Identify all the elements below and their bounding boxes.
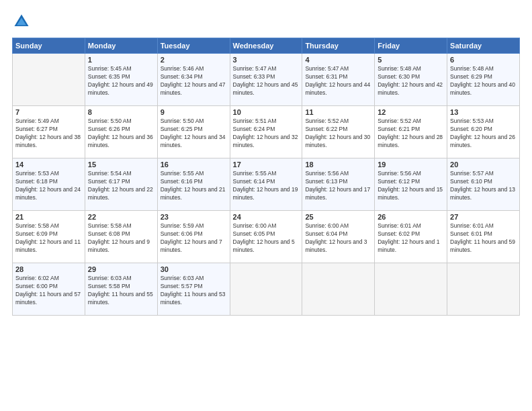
calendar-week-2: 7Sunrise: 5:49 AMSunset: 6:27 PMDaylight… [13, 106, 520, 158]
day-info: Sunrise: 6:02 AMSunset: 6:00 PMDaylight:… [15, 275, 82, 307]
calendar-cell: 24Sunrise: 6:00 AMSunset: 6:05 PMDayligh… [230, 211, 302, 263]
calendar-cell: 25Sunrise: 6:00 AMSunset: 6:04 PMDayligh… [302, 211, 375, 263]
day-number: 29 [88, 265, 154, 273]
calendar-cell: 27Sunrise: 6:01 AMSunset: 6:01 PMDayligh… [447, 211, 520, 263]
day-number: 14 [15, 161, 82, 169]
calendar-cell: 11Sunrise: 5:52 AMSunset: 6:22 PMDayligh… [302, 106, 375, 158]
calendar-cell: 29Sunrise: 6:03 AMSunset: 5:58 PMDayligh… [85, 263, 157, 316]
day-number: 22 [88, 213, 154, 221]
calendar-cell: 26Sunrise: 6:01 AMSunset: 6:02 PMDayligh… [375, 211, 447, 263]
day-info: Sunrise: 5:50 AMSunset: 6:25 PMDaylight:… [161, 118, 227, 150]
day-info: Sunrise: 5:56 AMSunset: 6:13 PMDaylight:… [305, 170, 371, 202]
calendar-cell: 16Sunrise: 5:55 AMSunset: 6:16 PMDayligh… [157, 158, 230, 211]
day-number: 11 [305, 108, 371, 116]
day-info: Sunrise: 5:46 AMSunset: 6:34 PMDaylight:… [161, 65, 227, 97]
day-number: 20 [450, 161, 517, 169]
day-number: 9 [161, 108, 227, 116]
calendar-cell: 28Sunrise: 6:02 AMSunset: 6:00 PMDayligh… [13, 263, 85, 316]
day-number: 26 [378, 213, 444, 221]
calendar-cell: 19Sunrise: 5:56 AMSunset: 6:12 PMDayligh… [375, 158, 447, 211]
calendar-cell: 10Sunrise: 5:51 AMSunset: 6:24 PMDayligh… [230, 106, 302, 158]
day-number: 13 [450, 108, 517, 116]
header-row: SundayMondayTuesdayWednesdayThursdayFrid… [13, 38, 520, 54]
day-info: Sunrise: 6:00 AMSunset: 6:04 PMDaylight:… [305, 222, 371, 255]
day-number: 8 [88, 108, 154, 116]
day-info: Sunrise: 5:58 AMSunset: 6:08 PMDaylight:… [88, 222, 154, 255]
day-header-sunday: Sunday [13, 38, 85, 54]
calendar-cell: 13Sunrise: 5:53 AMSunset: 6:20 PMDayligh… [447, 106, 520, 158]
calendar-week-3: 14Sunrise: 5:53 AMSunset: 6:18 PMDayligh… [13, 158, 520, 211]
day-number: 18 [305, 161, 371, 169]
day-header-tuesday: Tuesday [157, 38, 230, 54]
calendar-cell: 20Sunrise: 5:57 AMSunset: 6:10 PMDayligh… [447, 158, 520, 211]
day-header-thursday: Thursday [302, 38, 375, 54]
logo [12, 12, 34, 31]
day-info: Sunrise: 5:50 AMSunset: 6:26 PMDaylight:… [88, 118, 154, 150]
day-header-monday: Monday [85, 38, 157, 54]
day-header-friday: Friday [375, 38, 447, 54]
header [12, 12, 520, 31]
calendar-cell: 2Sunrise: 5:46 AMSunset: 6:34 PMDaylight… [157, 54, 230, 106]
day-number: 17 [233, 161, 300, 169]
day-number: 16 [161, 161, 227, 169]
day-number: 10 [233, 108, 300, 116]
day-header-wednesday: Wednesday [230, 38, 302, 54]
day-number: 15 [88, 161, 154, 169]
day-info: Sunrise: 5:47 AMSunset: 6:33 PMDaylight:… [233, 65, 300, 97]
day-info: Sunrise: 5:53 AMSunset: 6:20 PMDaylight:… [450, 118, 517, 150]
calendar-cell: 18Sunrise: 5:56 AMSunset: 6:13 PMDayligh… [302, 158, 375, 211]
calendar-cell: 12Sunrise: 5:52 AMSunset: 6:21 PMDayligh… [375, 106, 447, 158]
day-info: Sunrise: 5:57 AMSunset: 6:10 PMDaylight:… [450, 170, 517, 202]
calendar-cell: 22Sunrise: 5:58 AMSunset: 6:08 PMDayligh… [85, 211, 157, 263]
day-number: 28 [15, 265, 82, 273]
calendar-cell: 9Sunrise: 5:50 AMSunset: 6:25 PMDaylight… [157, 106, 230, 158]
calendar-cell: 17Sunrise: 5:55 AMSunset: 6:14 PMDayligh… [230, 158, 302, 211]
calendar-cell: 14Sunrise: 5:53 AMSunset: 6:18 PMDayligh… [13, 158, 85, 211]
page: SundayMondayTuesdayWednesdayThursdayFrid… [0, 0, 532, 411]
calendar-cell: 15Sunrise: 5:54 AMSunset: 6:17 PMDayligh… [85, 158, 157, 211]
day-number: 25 [305, 213, 371, 221]
day-number: 1 [88, 56, 154, 64]
day-number: 7 [15, 108, 82, 116]
day-number: 27 [450, 213, 517, 221]
day-number: 23 [161, 213, 227, 221]
day-info: Sunrise: 5:53 AMSunset: 6:18 PMDaylight:… [15, 170, 82, 202]
day-info: Sunrise: 5:49 AMSunset: 6:27 PMDaylight:… [15, 118, 82, 150]
day-number: 12 [378, 108, 444, 116]
calendar-table: SundayMondayTuesdayWednesdayThursdayFrid… [12, 38, 520, 316]
calendar-week-1: 1Sunrise: 5:45 AMSunset: 6:35 PMDaylight… [13, 54, 520, 106]
day-info: Sunrise: 5:52 AMSunset: 6:22 PMDaylight:… [305, 118, 371, 150]
calendar-cell [13, 54, 85, 106]
day-info: Sunrise: 5:48 AMSunset: 6:29 PMDaylight:… [450, 65, 517, 97]
day-info: Sunrise: 6:03 AMSunset: 5:58 PMDaylight:… [88, 275, 154, 307]
calendar-week-4: 21Sunrise: 5:58 AMSunset: 6:09 PMDayligh… [13, 211, 520, 263]
calendar-cell: 4Sunrise: 5:47 AMSunset: 6:31 PMDaylight… [302, 54, 375, 106]
day-number: 21 [15, 213, 82, 221]
day-number: 24 [233, 213, 300, 221]
calendar-cell: 8Sunrise: 5:50 AMSunset: 6:26 PMDaylight… [85, 106, 157, 158]
calendar-cell: 3Sunrise: 5:47 AMSunset: 6:33 PMDaylight… [230, 54, 302, 106]
calendar-cell [375, 263, 447, 316]
calendar-cell [302, 263, 375, 316]
day-number: 3 [233, 56, 300, 64]
day-info: Sunrise: 5:54 AMSunset: 6:17 PMDaylight:… [88, 170, 154, 202]
day-info: Sunrise: 5:56 AMSunset: 6:12 PMDaylight:… [378, 170, 444, 202]
day-info: Sunrise: 6:01 AMSunset: 6:02 PMDaylight:… [378, 222, 444, 255]
day-info: Sunrise: 6:03 AMSunset: 5:57 PMDaylight:… [161, 275, 227, 307]
day-info: Sunrise: 5:45 AMSunset: 6:35 PMDaylight:… [88, 65, 154, 97]
day-info: Sunrise: 5:52 AMSunset: 6:21 PMDaylight:… [378, 118, 444, 150]
day-info: Sunrise: 5:48 AMSunset: 6:30 PMDaylight:… [378, 65, 444, 97]
day-number: 5 [378, 56, 444, 64]
day-number: 30 [161, 265, 227, 273]
day-info: Sunrise: 5:59 AMSunset: 6:06 PMDaylight:… [161, 222, 227, 255]
calendar-cell: 30Sunrise: 6:03 AMSunset: 5:57 PMDayligh… [157, 263, 230, 316]
calendar-cell: 21Sunrise: 5:58 AMSunset: 6:09 PMDayligh… [13, 211, 85, 263]
day-info: Sunrise: 6:00 AMSunset: 6:05 PMDaylight:… [233, 222, 300, 255]
day-number: 19 [378, 161, 444, 169]
calendar-cell: 1Sunrise: 5:45 AMSunset: 6:35 PMDaylight… [85, 54, 157, 106]
day-info: Sunrise: 5:55 AMSunset: 6:16 PMDaylight:… [161, 170, 227, 202]
calendar-cell: 7Sunrise: 5:49 AMSunset: 6:27 PMDaylight… [13, 106, 85, 158]
calendar-cell: 5Sunrise: 5:48 AMSunset: 6:30 PMDaylight… [375, 54, 447, 106]
calendar-cell [230, 263, 302, 316]
calendar-cell: 6Sunrise: 5:48 AMSunset: 6:29 PMDaylight… [447, 54, 520, 106]
